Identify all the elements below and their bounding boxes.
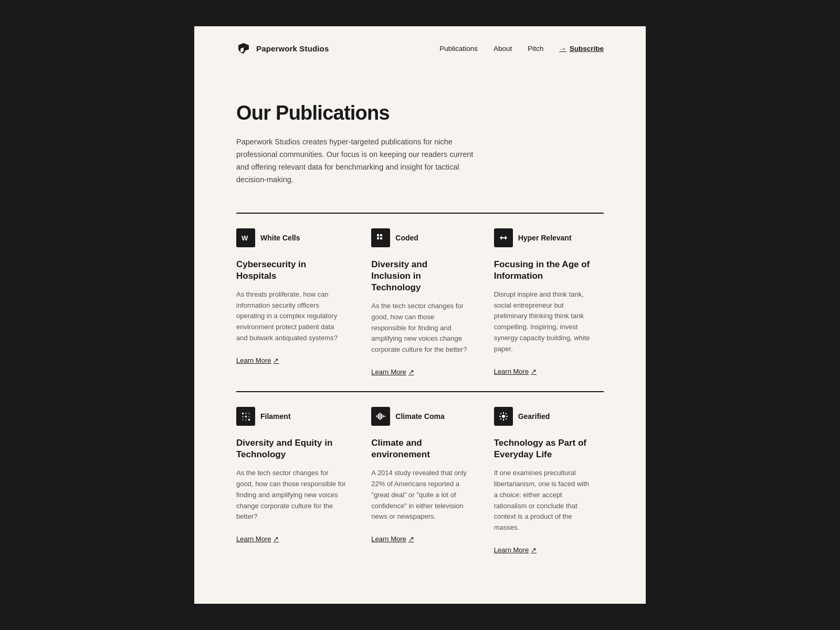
- pub-card-climate-coma: Climate Coma Climate and environement A …: [359, 391, 481, 569]
- gearified-desc: If one examines precultural libertariani…: [494, 468, 591, 533]
- pub-card-gearified: Gearified Technology as Part of Everyday…: [481, 391, 604, 569]
- pub-card-white-cells: W White Cells Cybersecurity in Hospitals…: [236, 213, 359, 391]
- logo-icon: [236, 41, 251, 56]
- svg-point-28: [502, 415, 505, 418]
- logo-area[interactable]: Paperwork Studios: [236, 41, 329, 56]
- page-wrapper: Paperwork Studios Publications About Pit…: [194, 26, 646, 604]
- pub-card-hyper-relevant: Hyper Relevant Focusing in the Age of In…: [481, 213, 604, 391]
- hyper-relevant-learn-more[interactable]: Learn More ↗: [494, 368, 537, 375]
- svg-rect-20: [245, 419, 247, 421]
- climate-coma-learn-more[interactable]: Learn More ↗: [371, 535, 414, 543]
- gearified-icon: [494, 407, 513, 426]
- learn-more-arrow-icon-6: ↗: [531, 546, 537, 554]
- nav-subscribe[interactable]: → Subscribe: [559, 45, 604, 52]
- svg-rect-15: [242, 416, 244, 417]
- svg-rect-18: [248, 416, 250, 417]
- pub-brand-hyper-relevant: Hyper Relevant: [494, 228, 591, 247]
- nav-about[interactable]: About: [494, 45, 512, 52]
- svg-rect-9: [377, 237, 379, 239]
- svg-rect-36: [505, 418, 507, 420]
- filament-icon: [236, 407, 255, 426]
- climate-coma-icon: [371, 407, 390, 426]
- pub-brand-coded: Coded: [371, 228, 468, 247]
- pub-card-filament: Filament Diversity and Equity in Technol…: [236, 391, 359, 569]
- hyper-relevant-brand-name: Hyper Relevant: [518, 234, 572, 242]
- gearified-brand-name: Gearified: [518, 412, 550, 421]
- svg-rect-29: [503, 412, 504, 414]
- white-cells-desc: As threats proliferate, how can informat…: [236, 289, 346, 344]
- pub-brand-gearified: Gearified: [494, 407, 591, 426]
- publications-grid: W White Cells Cybersecurity in Hospitals…: [194, 213, 646, 601]
- svg-rect-21: [248, 419, 250, 421]
- gearified-learn-more[interactable]: Learn More ↗: [494, 546, 537, 554]
- nav-publications[interactable]: Publications: [439, 45, 478, 52]
- nav-pitch[interactable]: Pitch: [528, 45, 543, 52]
- gearified-title: Technology as Part of Everyday Life: [494, 437, 591, 460]
- svg-rect-24: [380, 413, 381, 420]
- learn-more-arrow-icon-5: ↗: [408, 535, 414, 543]
- filament-brand-name: Filament: [260, 412, 291, 421]
- coded-desc: As the tech sector changes for good, how…: [371, 301, 468, 355]
- learn-more-arrow-icon-3: ↗: [531, 368, 537, 375]
- coded-icon: [371, 228, 390, 247]
- svg-text:W: W: [242, 234, 248, 242]
- coded-title: Diversity and Inclusion in Technology: [371, 259, 468, 293]
- svg-rect-30: [503, 419, 504, 421]
- climate-coma-title: Climate and environement: [371, 437, 468, 460]
- svg-marker-12: [500, 236, 507, 240]
- pub-brand-filament: Filament: [236, 407, 346, 426]
- learn-more-arrow-icon: ↗: [273, 356, 279, 364]
- coded-brand-name: Coded: [395, 234, 418, 242]
- coded-learn-more[interactable]: Learn More ↗: [371, 368, 414, 376]
- pub-brand-climate-coma: Climate Coma: [371, 407, 468, 426]
- white-cells-title: Cybersecurity in Hospitals: [236, 259, 346, 282]
- logo-text: Paperwork Studios: [256, 44, 329, 53]
- svg-rect-31: [499, 416, 501, 417]
- hero-title: Our Publications: [236, 102, 604, 124]
- svg-rect-19: [242, 419, 244, 421]
- svg-rect-10: [380, 237, 382, 239]
- svg-marker-5: [240, 50, 246, 54]
- filament-desc: As the tech sector changes for good, how…: [236, 468, 346, 522]
- svg-rect-13: [242, 413, 244, 414]
- svg-rect-22: [376, 415, 377, 417]
- learn-more-arrow-icon-2: ↗: [408, 368, 414, 376]
- svg-rect-27: [384, 416, 385, 417]
- svg-rect-17: [248, 413, 250, 414]
- grid-row-2: Filament Diversity and Equity in Technol…: [236, 391, 604, 569]
- svg-rect-23: [378, 414, 379, 419]
- white-cells-icon: W: [236, 228, 255, 247]
- filament-learn-more[interactable]: Learn More ↗: [236, 535, 279, 543]
- svg-rect-35: [500, 418, 501, 420]
- learn-more-arrow-icon-4: ↗: [273, 535, 279, 543]
- grid-row-1: W White Cells Cybersecurity in Hospitals…: [236, 213, 604, 391]
- white-cells-brand-name: White Cells: [260, 234, 300, 242]
- svg-rect-25: [381, 414, 382, 419]
- svg-rect-8: [380, 234, 382, 236]
- svg-rect-16: [245, 416, 247, 417]
- climate-coma-desc: A 2014 study revealed that only 22% of A…: [371, 468, 468, 522]
- svg-rect-26: [383, 415, 384, 417]
- climate-coma-brand-name: Climate Coma: [395, 412, 444, 421]
- navbar: Paperwork Studios Publications About Pit…: [194, 26, 646, 70]
- svg-rect-34: [505, 413, 507, 415]
- filament-title: Diversity and Equity in Technology: [236, 437, 346, 460]
- hyper-relevant-title: Focusing in the Age of Information: [494, 259, 591, 282]
- hero-section: Our Publications Paperwork Studios creat…: [194, 70, 646, 213]
- hyper-relevant-desc: Disrupt inspire and think tank, social e…: [494, 289, 591, 355]
- svg-rect-32: [506, 416, 508, 417]
- svg-rect-14: [245, 413, 247, 414]
- pub-card-coded: Coded Diversity and Inclusion in Technol…: [359, 213, 481, 391]
- svg-rect-11: [379, 236, 380, 237]
- hyper-relevant-icon: [494, 228, 513, 247]
- pub-brand-white-cells: W White Cells: [236, 228, 346, 247]
- white-cells-learn-more[interactable]: Learn More ↗: [236, 356, 279, 364]
- hero-description: Paperwork Studios creates hyper-targeted…: [236, 136, 478, 186]
- nav-links: Publications About Pitch → Subscribe: [439, 45, 604, 52]
- svg-rect-33: [500, 413, 501, 415]
